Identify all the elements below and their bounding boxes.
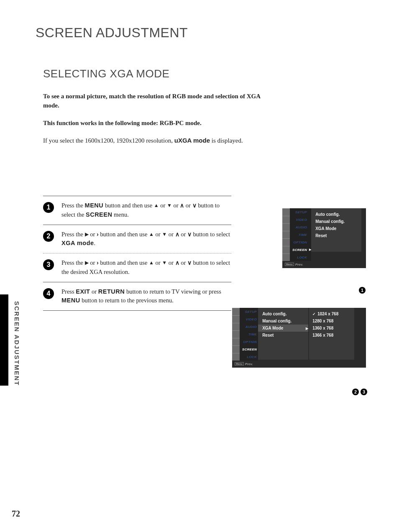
osd1-submenu: Auto config. Manual config. XGA Mode Res… <box>311 208 361 252</box>
osd2-item-reset: Reset <box>262 332 304 339</box>
page-title: SCREEN ADJUSTMENT <box>36 25 366 41</box>
video-icon <box>232 315 240 323</box>
check-icon: ✓ <box>312 312 316 316</box>
chevron-up-icon: ∧ <box>175 231 179 238</box>
osd1-prev-bar: MenuPrev. <box>282 261 366 268</box>
osd2-item-auto: Auto config. <box>262 310 304 317</box>
osd2-item-xga: XGA Mode▶ <box>258 325 308 332</box>
side-label: SCREEN ADJUSTMENT <box>13 301 20 386</box>
setup-icon <box>232 308 240 315</box>
step-3-text: Press the ▶ or › button and then use ▲ o… <box>61 258 231 277</box>
chevron-down-icon: ∨ <box>187 231 192 238</box>
down-triangle-icon: ▼ <box>162 260 167 266</box>
prev-label: Prev. <box>295 263 303 266</box>
prev-label: Prev. <box>245 362 253 366</box>
step-3-number: 3 <box>43 259 54 270</box>
step-3: 3 Press the ▶ or › button and then use ▲… <box>43 253 231 282</box>
osd2-res-1024: ✓1024 x 768 <box>312 310 350 317</box>
right-triangle-icon: ▶ <box>306 327 308 330</box>
screen-icon <box>232 345 240 353</box>
side-black-tab <box>0 294 8 386</box>
osd-panel-1: SETUP VIDEO AUDIO TIME OPTION SCREEN▶ LO… <box>282 208 366 268</box>
osd1-item-auto: Auto config. <box>315 211 357 218</box>
intro-p3a: If you select the 1600x1200, 1920x1200 r… <box>43 137 174 144</box>
down-triangle-icon: ▼ <box>162 231 167 237</box>
osd2-submenu: Auto config. Manual config. XGA Mode▶ Re… <box>258 308 308 360</box>
right-triangle-icon: ▶ <box>85 260 89 266</box>
intro-p3b: uXGA mode <box>174 137 210 144</box>
osd2-prev-bar: MenuPrev. <box>232 361 366 368</box>
page-number: 72 <box>12 509 20 519</box>
osd2-res-1366: 1366 x 768 <box>312 332 350 339</box>
osd2-tab-setup: SETUP <box>232 308 258 315</box>
osd2-tab-option: OPTION <box>232 338 258 345</box>
osd1-tab-video: VIDEO <box>282 216 311 223</box>
chevron-down-icon: ∨ <box>192 202 197 209</box>
osd2-item-manual: Manual config. <box>262 317 304 325</box>
step-1: 1 Press the MENU button and then use ▲ o… <box>43 196 231 225</box>
option-icon <box>282 238 290 246</box>
osd2-reference: 23 <box>352 388 369 395</box>
osd1-tab-time: TIME <box>282 231 311 238</box>
page-subtitle: SELECTING XGA MODE <box>43 67 366 80</box>
osd2-res-1280: 1280 x 768 <box>312 317 350 325</box>
right-triangle-icon: ▶ <box>85 231 89 237</box>
chevron-up-icon: ∧ <box>175 259 179 266</box>
steps-list: 1 Press the MENU button and then use ▲ o… <box>43 196 231 311</box>
menu-box-label: Menu <box>285 263 294 266</box>
audio-icon <box>282 223 290 231</box>
video-icon <box>282 216 290 223</box>
osd1-tabs: SETUP VIDEO AUDIO TIME OPTION SCREEN▶ LO… <box>282 208 311 261</box>
osd2-tab-screen: SCREEN <box>232 345 258 353</box>
step-1-text: Press the MENU button and then use ▲ or … <box>61 201 231 220</box>
step-2-text: Press the ▶ or › button and then use ▲ o… <box>61 230 231 248</box>
step-4: 4 Press EXIT or RETURN button to return … <box>43 282 231 311</box>
intro-p3c: is displayed. <box>210 137 243 144</box>
osd1-tab-screen: SCREEN▶ <box>282 246 311 253</box>
osd-panel-2: SETUP VIDEO AUDIO TIME OPTION SCREEN LOC… <box>232 308 366 368</box>
intro-p1: To see a normal picture, match the resol… <box>43 92 261 110</box>
osd1-tab-option: OPTION <box>282 238 311 246</box>
setup-icon <box>282 208 290 216</box>
up-triangle-icon: ▲ <box>149 231 154 237</box>
option-icon <box>232 338 240 345</box>
step-4-text: Press EXIT or RETURN button to return to… <box>61 287 231 306</box>
time-icon <box>282 231 290 238</box>
osd2-tab-video: VIDEO <box>232 315 258 323</box>
osd2-tab-audio: AUDIO <box>232 323 258 330</box>
intro-block: To see a normal picture, match the resol… <box>43 92 261 146</box>
osd2-tab-time: TIME <box>232 330 258 338</box>
intro-p2: This function works in the following mod… <box>43 119 261 128</box>
chevron-down-icon: ∨ <box>187 259 192 266</box>
audio-icon <box>232 323 240 330</box>
osd1-item-reset: Reset <box>315 232 357 239</box>
osd2-tabs: SETUP VIDEO AUDIO TIME OPTION SCREEN LOC… <box>232 308 258 361</box>
chevron-up-icon: ∧ <box>180 202 184 209</box>
osd1-item-xga: XGA Mode <box>315 225 357 232</box>
osd1-tab-lock: LOCK <box>282 253 311 261</box>
screen-icon <box>282 246 290 253</box>
step-2-number: 2 <box>43 231 54 242</box>
osd2-tab-lock: LOCK <box>232 353 258 361</box>
step-2: 2 Press the ▶ or › button and then use ▲… <box>43 225 231 254</box>
osd2-res-1360: 1360 x 768 <box>312 325 350 332</box>
step-4-number: 4 <box>43 288 54 299</box>
intro-p3: If you select the 1600x1200, 1920x1200 r… <box>43 136 261 146</box>
osd1-tab-audio: AUDIO <box>282 223 311 231</box>
osd1-tab-setup: SETUP <box>282 208 311 216</box>
lock-icon <box>232 353 240 361</box>
up-triangle-icon: ▲ <box>154 202 159 208</box>
menu-box-label: Menu <box>235 362 244 366</box>
down-triangle-icon: ▼ <box>167 202 172 208</box>
osd1-reference: 1 <box>359 286 366 294</box>
time-icon <box>232 330 240 338</box>
osd1-item-manual: Manual config. <box>315 218 357 225</box>
lock-icon <box>282 253 290 261</box>
osd2-resolution-options: ✓1024 x 768 1280 x 768 1360 x 768 1366 x… <box>308 308 354 360</box>
up-triangle-icon: ▲ <box>149 260 154 266</box>
step-1-number: 1 <box>43 202 54 213</box>
